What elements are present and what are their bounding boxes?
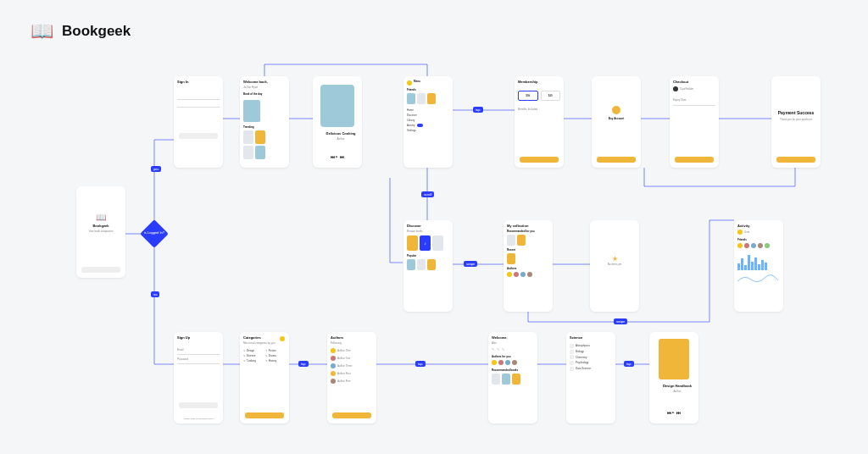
book-thumb[interactable] xyxy=(417,259,426,270)
edge-scroll: scroll xyxy=(421,191,434,197)
category-item[interactable]: ✎ Science xyxy=(243,354,264,357)
avatar[interactable] xyxy=(751,243,756,248)
author-row[interactable]: Author Three xyxy=(331,363,373,368)
book-card[interactable] xyxy=(432,235,443,251)
screen-checkout[interactable]: Back Checkout Card Holder Expiry Date xyxy=(670,76,719,168)
avatar[interactable] xyxy=(514,272,519,277)
book-thumb[interactable] xyxy=(255,130,265,144)
avatar[interactable] xyxy=(744,243,749,248)
screen-confirm[interactable]: Back Buy Account xyxy=(592,76,641,168)
category-item[interactable]: ✎ Drama xyxy=(265,354,286,357)
author-row[interactable]: Author Four xyxy=(331,371,373,376)
avatar[interactable] xyxy=(507,272,512,277)
category-pills[interactable]: ✎✎✎ xyxy=(492,347,534,352)
list-item[interactable]: Data Science xyxy=(570,366,612,372)
book-thumb[interactable] xyxy=(492,374,500,385)
decision-logged-in[interactable] xyxy=(140,219,169,248)
list-item[interactable]: Psychology xyxy=(570,360,612,366)
screen-book-detail[interactable]: Design Handbook Author ⏮ ▶ ⏭ xyxy=(649,332,698,424)
expiry-field[interactable] xyxy=(673,102,715,106)
signin-button[interactable] xyxy=(179,133,218,139)
continue-button[interactable] xyxy=(520,157,559,163)
avatar[interactable] xyxy=(505,360,510,365)
book-thumb[interactable] xyxy=(255,146,265,159)
login-link[interactable]: Already have an account? Log in xyxy=(174,418,223,420)
book-thumb[interactable] xyxy=(243,146,253,159)
book-thumb[interactable] xyxy=(407,259,415,270)
next-button[interactable] xyxy=(179,402,218,408)
player-controls[interactable]: ⏮ ▶ ⏭ xyxy=(313,154,362,159)
screen-activity[interactable]: Activity User Friends xyxy=(734,220,783,312)
screen-empty[interactable]: Back ★ No items yet xyxy=(590,220,639,312)
book-thumb[interactable] xyxy=(517,235,526,246)
author-row[interactable]: Author Two xyxy=(331,356,373,361)
book-thumb[interactable] xyxy=(507,253,515,264)
toggle-on[interactable] xyxy=(417,124,423,127)
book-author: Author xyxy=(653,390,698,393)
featured-book[interactable] xyxy=(243,100,260,122)
avatar xyxy=(280,336,285,341)
avatar[interactable] xyxy=(527,272,532,277)
friend-card[interactable] xyxy=(407,93,415,104)
list-item[interactable]: Chemistry xyxy=(570,355,612,361)
book-thumb[interactable] xyxy=(427,259,436,270)
buy-button[interactable] xyxy=(597,157,636,163)
empty-icon: ★ xyxy=(593,255,636,263)
screen-signup[interactable]: Sign Up Email Password Already have an a… xyxy=(174,332,223,424)
avatar[interactable] xyxy=(498,360,504,365)
screen-splash[interactable]: 📖 Bookgeek Your book companion xyxy=(76,186,125,278)
book-card[interactable] xyxy=(407,235,418,251)
screen-welcome[interactable]: Back Welcome, Alex ✎✎✎ Authors for you R… xyxy=(488,332,537,424)
get-started-button[interactable] xyxy=(81,267,120,273)
next-button[interactable] xyxy=(245,412,284,418)
screen-payment-success[interactable]: Payment Success Thank you for your purch… xyxy=(771,76,821,168)
screen-science[interactable]: Back Science Astrophysics Biology Chemis… xyxy=(566,332,615,424)
author-row[interactable]: Author One xyxy=(331,348,373,353)
confirm-cta-label: Buy Account xyxy=(595,117,637,120)
email-field[interactable] xyxy=(177,96,220,100)
screen-categories[interactable]: Categories Most read categories by you ✎… xyxy=(240,332,289,424)
plan-option[interactable]: $49 xyxy=(541,91,561,101)
book-thumb[interactable] xyxy=(243,130,253,144)
book-thumb[interactable] xyxy=(502,374,510,385)
friend-card[interactable] xyxy=(417,93,426,104)
screen-player[interactable]: Delicious Cooking Author ⏮ ▶ ⏭ xyxy=(313,76,362,168)
plan-option[interactable]: $99 xyxy=(518,91,538,101)
book-thumb[interactable] xyxy=(507,235,515,246)
avatar[interactable] xyxy=(758,243,763,248)
category-item[interactable]: ✎ Cooking xyxy=(243,359,264,363)
next-button[interactable] xyxy=(332,412,371,418)
done-button[interactable] xyxy=(776,157,815,163)
friend-card[interactable] xyxy=(427,93,436,104)
category-item[interactable]: ✎ Design xyxy=(243,349,264,352)
password-field[interactable] xyxy=(177,361,220,364)
screen-menu[interactable]: Back Menu Friends Home Discover Library … xyxy=(403,76,453,168)
list-item[interactable]: Biology xyxy=(570,349,612,355)
welcome-user: Jo-Van Hyatt xyxy=(243,86,286,89)
menu-items[interactable]: Home Discover Library Activity Settings xyxy=(407,108,449,133)
screen-collection[interactable]: Back My collection Recommended for you R… xyxy=(504,220,553,312)
avatar[interactable] xyxy=(737,243,743,248)
list-item[interactable]: Astrophysics xyxy=(570,343,612,349)
player-controls[interactable]: ⏮ ▶ ⏭ xyxy=(649,410,698,415)
author-row[interactable]: Author Five xyxy=(331,379,373,384)
category-item[interactable]: ✎ Fiction xyxy=(265,349,286,352)
card-icon xyxy=(673,86,678,91)
category-item[interactable]: ✎ History xyxy=(265,359,286,363)
screen-home[interactable]: Back Welcome back, Jo-Van Hyatt Book of … xyxy=(240,76,289,168)
book-thumb[interactable] xyxy=(512,374,520,385)
flow-canvas[interactable]: 📖 Bookgeek Your book companion is Logged… xyxy=(0,0,868,454)
screen-authors[interactable]: Authors Following Author One Author Two … xyxy=(327,332,376,424)
screen-membership[interactable]: Back Membership $99 $49 Benefits Include… xyxy=(515,76,564,168)
book-card-featured[interactable]: ♪ xyxy=(420,235,431,251)
screen-signin[interactable]: Sign In xyxy=(174,76,223,168)
avatar[interactable] xyxy=(520,272,526,277)
screen-discover[interactable]: Discover Browse books ♪ Popular xyxy=(403,220,453,312)
password-field[interactable] xyxy=(177,103,220,108)
avatar[interactable] xyxy=(765,243,770,248)
email-field[interactable] xyxy=(177,352,220,355)
pay-button[interactable] xyxy=(675,157,714,163)
avatar[interactable] xyxy=(512,360,517,365)
membership-title: Membership xyxy=(518,80,560,84)
avatar[interactable] xyxy=(492,360,497,365)
